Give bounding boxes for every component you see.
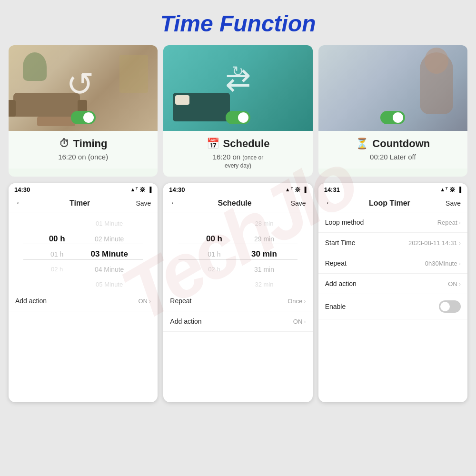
status-bar-timer: 14:30 ▲ᵀ 奈 ▐ (9, 183, 158, 195)
min-04[interactable]: 04 Minute (88, 262, 131, 277)
feature-row: ↺ ⏱ Timing 16:20 on (once) ⇄ ↻ (0, 45, 476, 177)
add-action-label-schedule: Add action (170, 317, 201, 325)
add-action-value-loop: ON › (448, 280, 461, 288)
add-action-label-timer: Add action (15, 297, 47, 305)
enable-label-loop: Enable (325, 303, 346, 310)
scroll-picker-timer[interactable]: 00 h 01 h 02 h 01 Minute 02 Minute 03 Mi… (9, 212, 158, 291)
feature-name-countdown: ⏳ Countdown (323, 138, 463, 150)
minutes-picker[interactable]: 01 Minute 02 Minute 03 Minute 04 Minute … (88, 216, 131, 287)
loop-method-label: Loop method (325, 218, 364, 226)
min-05[interactable]: 05 Minute (88, 277, 131, 291)
hour-selected[interactable]: 00 h (36, 231, 79, 247)
feature-desc-timing: 16:20 on (once) (13, 153, 153, 161)
repeat-row-loop[interactable]: Repeat 0h30Minute › (318, 253, 467, 274)
add-action-row-schedule[interactable]: Add action ON › (163, 311, 312, 332)
phone-title-timer: Timer (69, 199, 90, 208)
feature-name-timing: ⏱ Timing (13, 138, 153, 150)
schedule-icon: 📅 (207, 138, 219, 150)
phone-header-loop: ← Loop Timer Save (318, 195, 467, 212)
feature-desc-schedule: 16:20 on (once orevery day) (168, 153, 307, 169)
phone-title-schedule: Schedule (218, 199, 251, 208)
start-time-value: 2023-08-11 14:31 › (408, 239, 461, 247)
phone-time-timer: 14:30 (14, 186, 30, 193)
repeat-label-schedule: Repeat (170, 297, 191, 305)
add-action-row-timer[interactable]: Add action ON › (9, 291, 158, 311)
min-selected[interactable]: 03 Minute (88, 247, 131, 262)
feature-image-countdown (318, 45, 467, 131)
save-button-loop[interactable]: Save (446, 199, 461, 207)
enable-row-loop[interactable]: Enable (318, 294, 467, 319)
hour-01h-b[interactable]: 01 h (36, 247, 79, 262)
loop-method-row[interactable]: Loop method Repeat › (318, 212, 467, 233)
status-icons-timer: ▲ᵀ 奈 ▐ (130, 186, 152, 193)
save-button-timer[interactable]: Save (136, 199, 151, 207)
min-02[interactable]: 02 Minute (88, 231, 131, 247)
feature-image-schedule: ⇄ ↻ (163, 45, 312, 131)
status-icons-loop: ▲ᵀ 奈 ▐ (440, 186, 462, 193)
feature-name-schedule: 📅 Schedule (168, 138, 307, 150)
minutes-picker-schedule[interactable]: 28 min 29 min 30 min 31 min 32 min (245, 216, 283, 287)
hour-02h[interactable]: 02 h (36, 262, 79, 277)
feature-desc-countdown: 00:20 Later off (323, 153, 463, 161)
feature-card-countdown: ⏳ Countdown 00:20 Later off (318, 45, 467, 177)
phone-header-timer: ← Timer Save (9, 195, 158, 212)
phone-schedule: 14:30 ▲ᵀ 奈 ▐ ← Schedule Save 00 h 01 h 0… (163, 183, 312, 402)
status-bar-loop: 14:31 ▲ᵀ 奈 ▐ (318, 183, 467, 195)
loop-method-value: Repeat › (437, 219, 461, 226)
repeat-value-loop: 0h30Minute › (425, 260, 461, 267)
phone-time-schedule: 14:30 (169, 186, 185, 193)
repeat-row-schedule[interactable]: Repeat Once › (163, 291, 312, 311)
min-01[interactable]: 01 Minute (88, 216, 131, 231)
repeat-label-loop: Repeat (325, 259, 347, 267)
phone-time-loop: 14:31 (324, 186, 340, 193)
feature-card-timing: ↺ ⏱ Timing 16:20 on (once) (9, 45, 158, 177)
phone-title-loop: Loop Timer (369, 199, 410, 208)
status-bar-schedule: 14:30 ▲ᵀ 奈 ▐ (163, 183, 312, 195)
start-time-row[interactable]: Start Time 2023-08-11 14:31 › (318, 233, 467, 253)
countdown-icon: ⏳ (356, 138, 368, 150)
back-button-loop[interactable]: ← (325, 198, 334, 208)
hour-01h[interactable] (36, 216, 79, 231)
status-icons-schedule: ▲ᵀ 奈 ▐ (285, 186, 307, 193)
feature-image-timing: ↺ (9, 45, 158, 131)
feature-info-schedule: 📅 Schedule 16:20 on (once orevery day) (163, 131, 312, 177)
feature-info-countdown: ⏳ Countdown 00:20 Later off (318, 131, 467, 169)
phone-row: 14:30 ▲ᵀ 奈 ▐ ← Timer Save 00 h 01 h 02 h (0, 177, 476, 402)
page-title: Time Function (0, 0, 476, 45)
add-action-row-loop[interactable]: Add action ON › (318, 274, 467, 294)
timing-icon: ⏱ (59, 138, 69, 150)
add-action-value-timer: ON › (138, 298, 151, 305)
scroll-picker-schedule[interactable]: 00 h 01 h 02 h 28 min 29 min 30 min 31 m… (163, 212, 312, 291)
add-action-value-schedule: ON › (293, 318, 306, 325)
phone-header-schedule: ← Schedule Save (163, 195, 312, 212)
repeat-value-schedule: Once › (288, 298, 306, 305)
start-time-label: Start Time (325, 239, 356, 247)
feature-card-schedule: ⇄ ↻ 📅 Schedule 16:20 on (once orevery da… (163, 45, 312, 177)
hours-picker[interactable]: 00 h 01 h 02 h (36, 216, 79, 287)
back-button-schedule[interactable]: ← (170, 198, 178, 208)
save-button-schedule[interactable]: Save (291, 199, 306, 207)
back-button-timer[interactable]: ← (15, 198, 24, 208)
phone-timer: 14:30 ▲ᵀ 奈 ▐ ← Timer Save 00 h 01 h 02 h (9, 183, 158, 402)
add-action-label-loop: Add action (325, 280, 357, 288)
enable-toggle-loop[interactable] (439, 300, 461, 313)
hours-picker-schedule[interactable]: 00 h 01 h 02 h (193, 216, 236, 287)
feature-info-timing: ⏱ Timing 16:20 on (once) (9, 131, 158, 169)
phone-loop-timer: 14:31 ▲ᵀ 奈 ▐ ← Loop Timer Save Loop meth… (318, 183, 467, 402)
